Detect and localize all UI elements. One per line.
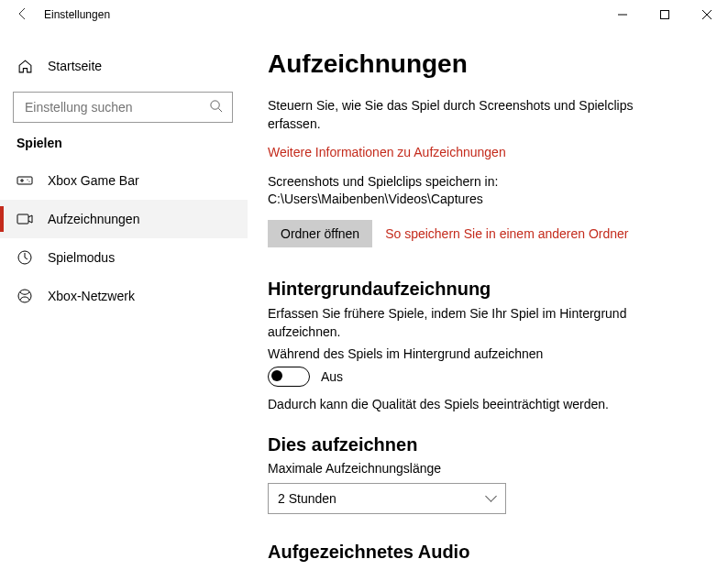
sidebar-item-label: Spielmodus	[48, 250, 115, 265]
recordthis-heading: Dies aufzeichnen	[268, 434, 700, 455]
svg-point-4	[211, 101, 219, 109]
home-button[interactable]: Startseite	[0, 48, 248, 84]
maxlength-label: Maximale Aufzeichnungslänge	[268, 461, 700, 476]
home-label: Startseite	[48, 59, 102, 73]
sidebar-item-label: Aufzeichnungen	[48, 212, 139, 226]
xbox-icon	[17, 288, 33, 304]
search-input[interactable]	[23, 99, 209, 115]
sidebar-item-gamemode[interactable]: Spielmodus	[0, 238, 248, 277]
background-toggle[interactable]	[268, 367, 310, 387]
svg-point-10	[28, 181, 29, 181]
sidebar-item-label: Xbox Game Bar	[48, 173, 139, 188]
back-button[interactable]	[9, 6, 37, 24]
sidebar-item-xboxnetwork[interactable]: Xbox-Netzwerk	[0, 277, 248, 315]
background-toggle-label: Während des Spiels im Hintergrund aufzei…	[268, 346, 700, 361]
minimize-button[interactable]	[601, 0, 644, 29]
sidebar-item-gamebar[interactable]: Xbox Game Bar	[0, 161, 248, 200]
background-heading: Hintergrundaufzeichnung	[268, 279, 700, 300]
svg-rect-11	[17, 214, 28, 224]
svg-rect-6	[17, 177, 32, 184]
learn-more-link[interactable]: Weitere Informationen zu Aufzeichnungen	[268, 145, 506, 159]
svg-rect-1	[661, 11, 669, 19]
maxlength-select[interactable]: 2 Stunden	[268, 483, 506, 514]
search-box[interactable]	[13, 92, 233, 123]
svg-line-5	[218, 108, 222, 112]
intro-text: Steuern Sie, wie Sie das Spiel durch Scr…	[268, 97, 671, 133]
sidebar-item-captures[interactable]: Aufzeichnungen	[0, 200, 248, 238]
sidebar-item-label: Xbox-Netzwerk	[48, 289, 135, 303]
window-title: Einstellungen	[37, 8, 110, 21]
home-icon	[17, 58, 33, 74]
svg-point-9	[27, 179, 28, 180]
maximize-button[interactable]	[644, 0, 686, 29]
toggle-state-label: Aus	[321, 369, 343, 384]
settings-window: Einstellungen Startseite Spielen	[0, 0, 728, 570]
sidebar-section-label: Spielen	[0, 136, 248, 150]
gamebar-icon	[17, 172, 33, 189]
svg-point-13	[18, 290, 31, 302]
close-button[interactable]	[686, 0, 728, 29]
sidebar: Startseite Spielen Xbox Game Bar Aufzei	[0, 29, 248, 570]
background-warning: Dadurch kann die Qualität des Spiels bee…	[268, 396, 671, 414]
save-location-text: Screenshots und Spielclips speichern in:…	[268, 173, 671, 209]
background-desc: Erfassen Sie frühere Spiele, indem Sie I…	[268, 305, 671, 341]
content: Aufzeichnungen Steuern Sie, wie Sie das …	[248, 29, 728, 570]
page-title: Aufzeichnungen	[268, 49, 700, 79]
change-folder-link[interactable]: So speichern Sie in einem anderen Ordner	[385, 226, 628, 241]
open-folder-button[interactable]: Ordner öffnen	[268, 220, 372, 247]
window-controls	[601, 0, 728, 29]
gamemode-icon	[17, 249, 33, 266]
search-icon	[209, 99, 223, 115]
audio-heading: Aufgezeichnetes Audio	[268, 542, 700, 563]
captures-icon	[17, 211, 33, 227]
